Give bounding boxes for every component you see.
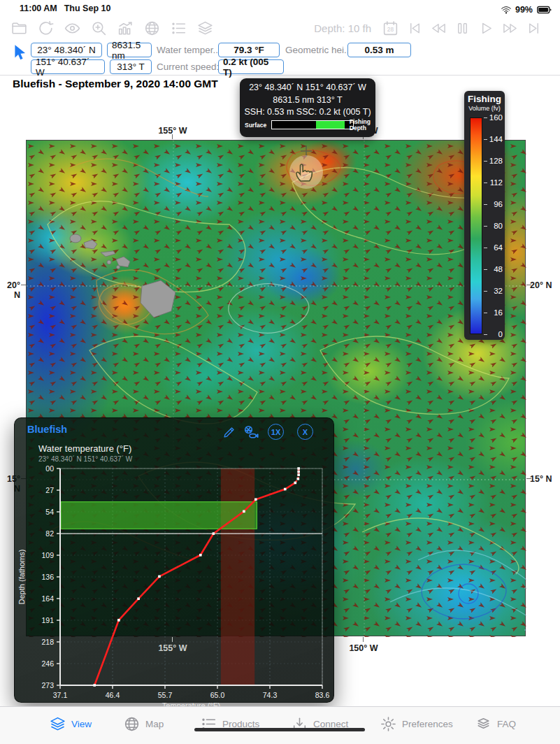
chart-title: Water temperature (°F) [38, 443, 131, 454]
current-speed-field[interactable]: 0.2 kt (005 T) [218, 59, 284, 74]
map-label-top-155w: 155° W [155, 126, 191, 136]
svg-text:218: 218 [41, 638, 54, 646]
rewind-icon[interactable] [431, 20, 447, 36]
wifi-icon [501, 4, 512, 15]
tooltip-coordinates: 23° 48.340´ N 151° 40.637´ W [240, 78, 375, 94]
battery-icon [536, 2, 552, 17]
position-tooltip: 23° 48.340´ N 151° 40.637´ W 8631.5 nm 3… [240, 78, 375, 137]
map-label-bottom-150w: 150° W [345, 643, 382, 653]
folder-icon[interactable] [10, 20, 28, 37]
svg-text:Depth (fathoms): Depth (fathoms) [17, 550, 26, 605]
legend-tick-label: 80 [485, 222, 503, 230]
svg-text:37.1: 37.1 [53, 691, 68, 699]
svg-text:136: 136 [41, 573, 54, 581]
legend-tick-label: 112 [485, 178, 503, 187]
list-icon[interactable] [170, 20, 187, 37]
eye-icon[interactable] [64, 20, 81, 37]
geo-height-field[interactable]: 0.53 m [347, 43, 411, 57]
nav-item-preferences[interactable]: Preferences [380, 715, 453, 733]
toolbar-left-icons [10, 17, 214, 39]
map-tick [21, 285, 26, 285]
svg-text:191: 191 [41, 616, 54, 624]
globe-icon [123, 715, 141, 733]
svg-text:246: 246 [41, 659, 54, 668]
legend-tick-label: 64 [485, 243, 503, 252]
legend-color-bar [470, 117, 482, 334]
svg-text:273: 273 [41, 681, 54, 689]
bearing-field[interactable]: 313° T [110, 59, 152, 74]
map-label-right-20n: 20° N [530, 280, 552, 290]
legend-tick-label: 144 [485, 135, 503, 143]
tooltip-ssh-ssc: SSH: 0.53 m SSC: 0.2 kt (005 T) [240, 106, 375, 119]
temperature-depth-chart: 0027548210913616419121824627337.146.455.… [15, 464, 335, 714]
svg-text:65.0: 65.0 [210, 691, 225, 699]
svg-text:109: 109 [41, 551, 54, 559]
fishing-depth-range [316, 121, 345, 129]
geo-height-label: Geometric hei... [285, 43, 352, 57]
legend-tick-label: 0 [485, 330, 503, 338]
gear-icon [380, 715, 397, 733]
app-window: 11:00 AM Thu Sep 10 99% Depth: 10 fh 28 … [0, 0, 560, 744]
range-field[interactable]: 8631.5 nm [107, 43, 152, 57]
water-temp-field[interactable]: 79.3 °F [218, 43, 280, 57]
legend-tick-label: 128 [485, 157, 503, 165]
svg-text:74.3: 74.3 [263, 691, 278, 699]
panel-title: Bluefish [27, 424, 67, 435]
latitude-field[interactable]: 23° 48.340´ N [31, 43, 102, 57]
svg-text:82: 82 [45, 529, 54, 538]
legend-tick-label: 160 [485, 113, 503, 122]
faq-icon [475, 715, 492, 733]
legend-tick-label: 96 [485, 200, 503, 208]
map-tick [172, 637, 173, 642]
page-title: Bluefish - September 9, 2020 14:00 GMT [13, 78, 218, 90]
svg-text:28: 28 [387, 26, 394, 33]
pencil-icon[interactable] [222, 424, 237, 440]
info-bar: 23° 48.340´ N 8631.5 nm Water temper... … [0, 39, 560, 76]
battery-percent: 99% [515, 5, 533, 15]
svg-text:00: 00 [45, 464, 54, 473]
playback-controls [407, 20, 542, 36]
nav-item-map[interactable]: Map [123, 715, 164, 733]
zoom-1x-button[interactable]: 1X [268, 424, 284, 440]
map-tick [363, 637, 364, 642]
map-label-right-15n: 15° N [530, 474, 552, 484]
toolbar: Depth: 10 fh 28 [0, 17, 560, 39]
cursor-arrow-icon[interactable] [11, 43, 29, 62]
map-label-left-20n: 20° N [0, 280, 20, 300]
fast-forward-icon[interactable] [502, 20, 518, 36]
nav-item-label: Preferences [402, 719, 453, 729]
svg-text:55.7: 55.7 [158, 691, 173, 699]
nav-item-label: FAQ [497, 719, 516, 729]
layers-icon[interactable] [196, 20, 214, 37]
current-speed-label: Current speed: [157, 59, 219, 74]
pause-icon[interactable] [454, 20, 471, 36]
longitude-field[interactable]: 151° 40.637´ W [31, 59, 105, 74]
svg-text:46.4: 46.4 [106, 691, 120, 699]
close-panel-button[interactable]: X [297, 424, 313, 440]
nav-item-view[interactable]: View [49, 715, 92, 733]
home-indicator[interactable] [194, 728, 365, 731]
clock-time: 11:00 AM [20, 3, 57, 13]
toolbar-right: Depth: 10 fh 28 [314, 17, 542, 39]
svg-text:83.6: 83.6 [315, 691, 330, 699]
calendar-icon[interactable]: 28 [382, 20, 399, 37]
svg-text:54: 54 [45, 508, 54, 516]
zoom-in-icon[interactable] [90, 20, 108, 37]
play-icon[interactable] [478, 20, 494, 36]
globe-icon[interactable] [143, 20, 161, 37]
skip-end-icon[interactable] [526, 20, 542, 36]
redo-icon[interactable] [37, 20, 55, 37]
bottom-nav: ViewMapProductsConnectPreferencesFAQ [0, 706, 560, 744]
svg-text:27: 27 [45, 486, 54, 494]
fishnet-icon[interactable] [243, 424, 259, 441]
legend-tick-label: 48 [485, 265, 503, 273]
surface-label: Surface [245, 122, 266, 129]
legend-subtitle: Volume (fv) [464, 104, 505, 112]
skip-start-icon[interactable] [407, 20, 423, 36]
status-bar: 11:00 AM Thu Sep 10 99% [0, 0, 560, 17]
nav-item-label: Map [145, 719, 164, 729]
nav-item-faq[interactable]: FAQ [475, 715, 516, 733]
legend-title: Fishing [464, 91, 505, 104]
chart-icon[interactable] [117, 20, 134, 37]
svg-text:164: 164 [41, 594, 54, 603]
